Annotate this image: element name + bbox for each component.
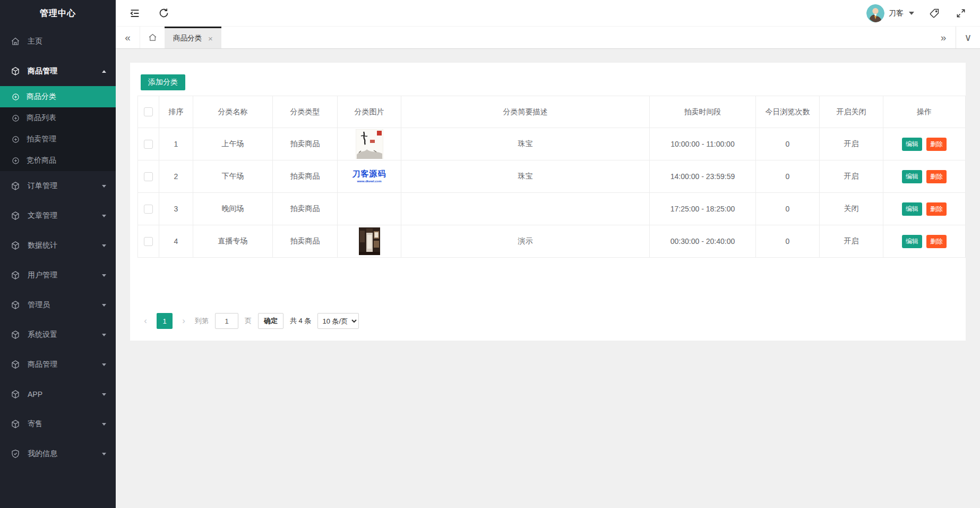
pagination: ‹ 1 › 到第 页 确定 共 4 条 10 条/页	[137, 313, 958, 329]
edit-button[interactable]: 编辑	[902, 235, 922, 248]
daoke-logo-text: 刀客源码	[353, 170, 386, 179]
delete-button[interactable]: 删除	[926, 202, 947, 216]
chevron-down-icon	[102, 334, 106, 336]
column-header: 今日浏览次数	[756, 96, 820, 128]
tab-goods-category[interactable]: 商品分类 ×	[165, 27, 221, 48]
chevron-down-icon	[102, 363, 106, 366]
sidebar-group-system-settings[interactable]: 系统设置	[0, 320, 116, 350]
sidebar-item-auction-management[interactable]: 拍卖管理	[0, 129, 116, 150]
chevron-down-icon	[102, 215, 106, 217]
avatar[interactable]	[866, 4, 884, 22]
chevron-down-icon	[102, 244, 106, 247]
close-icon[interactable]: ×	[208, 35, 213, 43]
chevron-down-icon	[102, 185, 106, 188]
category-image-daoke-logo: 刀客源码 www.dkewl.com	[338, 170, 401, 183]
circle-plus-icon	[12, 157, 20, 165]
sidebar-fold-button[interactable]	[128, 7, 141, 20]
sidebar-item-home[interactable]: 主页	[0, 27, 116, 56]
tag-icon[interactable]	[928, 7, 941, 20]
sidebar-group-consignment[interactable]: 寄售	[0, 409, 116, 439]
chevron-down-icon	[102, 453, 106, 455]
tabs-scroll-right-button[interactable]: »	[931, 27, 956, 48]
cell-description: 珠宝	[401, 128, 650, 160]
goto-prefix-label: 到第	[195, 316, 209, 326]
sidebar-item-goods-list[interactable]: 商品列表	[0, 107, 116, 129]
sidebar-group-data-statistics[interactable]: 数据统计	[0, 231, 116, 260]
edit-button[interactable]: 编辑	[902, 202, 922, 216]
tabs-scroll-left-button[interactable]: «	[116, 27, 140, 48]
add-category-button[interactable]: 添加分类	[141, 74, 185, 90]
column-header: 分类图片	[338, 96, 401, 128]
category-image-ink-painting	[338, 129, 401, 159]
cell-sort: 4	[159, 225, 193, 258]
refresh-icon[interactable]	[157, 7, 170, 20]
cell-time-range: 17:25:00 - 18:25:00	[650, 193, 756, 225]
tab-label: 商品分类	[173, 33, 202, 43]
chevron-down-icon	[909, 12, 914, 15]
edit-button[interactable]: 编辑	[902, 170, 922, 183]
cell-time-range: 00:30:00 - 20:40:00	[650, 225, 756, 258]
tab-spacer	[221, 27, 931, 48]
sidebar-item-goods-category[interactable]: 商品分类	[0, 86, 116, 107]
sidebar-group-user-management[interactable]: 用户管理	[0, 260, 116, 290]
row-checkbox[interactable]	[144, 237, 153, 246]
column-header: 操作	[883, 96, 966, 128]
delete-button[interactable]: 删除	[926, 138, 947, 151]
row-checkbox[interactable]	[144, 140, 153, 149]
category-card: 添加分类 排序 分类名称 分类类型 分类图片 分类简要描述	[130, 63, 966, 341]
next-page-button[interactable]: ›	[179, 316, 188, 326]
total-count-label: 共 4 条	[290, 316, 311, 326]
sidebar-item-label: 商品列表	[27, 113, 56, 123]
cell-name: 下午场	[193, 160, 273, 193]
sidebar-item-bidding-goods[interactable]: 竞价商品	[0, 150, 116, 171]
edit-button[interactable]: 编辑	[902, 138, 922, 151]
tab-bar: « 商品分类 × » ∨	[116, 27, 980, 49]
content-area: 添加分类 排序 分类名称 分类类型 分类图片 分类简要描述	[116, 49, 980, 508]
user-name[interactable]: 刀客	[889, 9, 904, 18]
circle-plus-icon	[12, 136, 20, 143]
main-area: 刀客 « 商品分类 × » ∨ 添加分类	[116, 0, 980, 508]
cell-description: 演示	[401, 225, 650, 258]
circle-plus-icon	[12, 114, 20, 122]
row-checkbox[interactable]	[144, 205, 153, 214]
cell-sort: 3	[159, 193, 193, 225]
table-row: 3 晚间场 拍卖商品 17:25:00 - 18:25:00 0 关闭 编辑删除	[138, 193, 966, 225]
sidebar-group-administrators[interactable]: 管理员	[0, 290, 116, 320]
tabs-collapse-button[interactable]: ∨	[956, 27, 980, 48]
prev-page-button[interactable]: ‹	[141, 316, 150, 326]
chevron-down-icon	[102, 304, 106, 307]
select-all-checkbox[interactable]	[144, 107, 153, 116]
sidebar-group-label: 数据统计	[28, 241, 57, 250]
shield-check-icon	[11, 449, 20, 459]
table-row: 4 直播专场 拍卖商品	[138, 225, 966, 258]
row-checkbox[interactable]	[144, 172, 153, 181]
page-size-select[interactable]: 10 条/页	[317, 313, 359, 329]
cell-status: 开启	[820, 225, 883, 258]
sidebar-group-order-management[interactable]: 订单管理	[0, 171, 116, 201]
delete-button[interactable]: 删除	[926, 235, 947, 248]
page-number-button[interactable]: 1	[157, 313, 173, 329]
sidebar-item-label: 商品分类	[27, 92, 56, 101]
cube-icon	[11, 211, 20, 221]
sidebar-group-article-management[interactable]: 文章管理	[0, 201, 116, 231]
cell-actions: 编辑删除	[883, 160, 966, 193]
fullscreen-icon[interactable]	[955, 7, 967, 20]
goto-page-input[interactable]	[215, 313, 238, 329]
cell-status: 开启	[820, 160, 883, 193]
user-menu[interactable]: 刀客	[866, 4, 914, 22]
cell-image-empty	[338, 193, 401, 225]
cube-icon	[11, 360, 20, 369]
sidebar-group-goods-management-2[interactable]: 商品管理	[0, 350, 116, 379]
cell-description	[401, 193, 650, 225]
cell-views: 0	[756, 193, 820, 225]
delete-button[interactable]: 删除	[926, 170, 947, 183]
sidebar-group-app[interactable]: APP	[0, 379, 116, 409]
home-tab[interactable]	[140, 27, 165, 48]
sidebar-group-label: 系统设置	[28, 330, 57, 340]
cell-time-range: 10:00:00 - 11:00:00	[650, 128, 756, 160]
chevron-down-icon	[102, 274, 106, 277]
sidebar-group-goods-management[interactable]: 商品管理	[0, 56, 116, 86]
sidebar-group-my-info[interactable]: 我的信息	[0, 439, 116, 469]
category-image-room-photo	[338, 227, 401, 255]
goto-confirm-button[interactable]: 确定	[258, 313, 283, 329]
